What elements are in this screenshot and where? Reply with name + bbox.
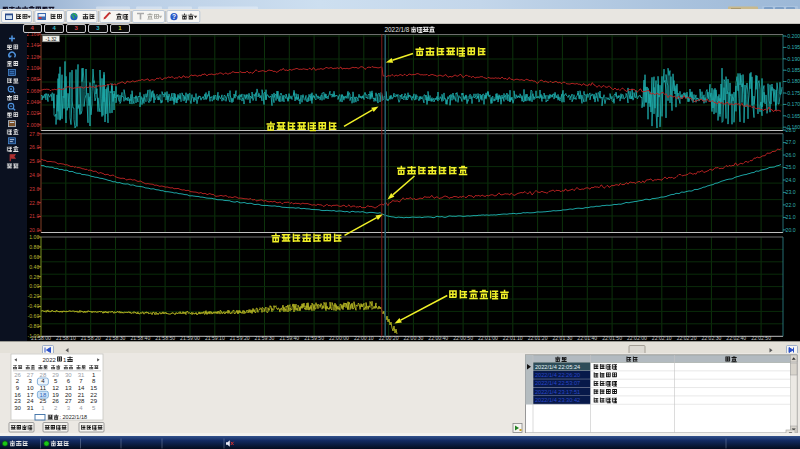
svg-text:29: 29 (90, 398, 97, 404)
svg-text:26: 26 (52, 398, 59, 404)
svg-text:2.120: 2.120 (26, 54, 39, 60)
svg-text:20: 20 (65, 392, 72, 398)
svg-text:27: 27 (27, 372, 34, 378)
svg-text:31: 31 (27, 405, 34, 411)
svg-text:2022/1/4 22:26:20: 2022/1/4 22:26:20 (535, 372, 580, 378)
svg-text:-0.190: -0.190 (786, 56, 800, 62)
svg-text:2.040: 2.040 (26, 99, 39, 105)
svg-text:15: 15 (90, 385, 97, 391)
svg-text:2.080: 2.080 (26, 76, 39, 82)
svg-text:22: 22 (90, 392, 97, 398)
svg-text:2.100: 2.100 (26, 65, 39, 71)
svg-text:21.0: 21.0 (786, 214, 796, 220)
svg-text:22.0: 22.0 (786, 202, 796, 208)
svg-text:25: 25 (40, 398, 47, 404)
svg-text:28: 28 (40, 372, 47, 378)
svg-text:-0.185: -0.185 (786, 67, 800, 73)
svg-text:2.020: 2.020 (26, 110, 39, 116)
svg-text:31: 31 (78, 372, 85, 378)
svg-text:2.140: 2.140 (26, 42, 39, 48)
svg-text:20.0: 20.0 (786, 227, 796, 233)
svg-text:-0.170: -0.170 (786, 101, 800, 107)
svg-text:: 2022/1/18: : 2022/1/18 (60, 414, 88, 420)
svg-text:16: 16 (14, 392, 21, 398)
svg-text:-0.175: -0.175 (786, 90, 800, 96)
svg-text:24: 24 (27, 398, 34, 404)
svg-text:18: 18 (40, 392, 47, 398)
svg-text:21: 21 (78, 392, 85, 398)
svg-text:-0.195: -0.195 (786, 44, 800, 50)
svg-text:2022/1/4 22:05:24: 2022/1/4 22:05:24 (535, 364, 580, 370)
svg-text:23: 23 (14, 398, 21, 404)
svg-text:12: 12 (52, 385, 59, 391)
svg-text:-0.165: -0.165 (786, 113, 800, 119)
svg-text:2022/1/4 23:30:42: 2022/1/4 23:30:42 (535, 397, 580, 403)
svg-text:2.060: 2.060 (26, 88, 39, 94)
svg-text:28.0: 28.0 (786, 127, 796, 133)
svg-text:29: 29 (52, 372, 59, 378)
svg-text:26.0: 26.0 (786, 152, 796, 158)
svg-text:17: 17 (27, 392, 34, 398)
svg-text:30: 30 (65, 372, 72, 378)
svg-text:24.0: 24.0 (786, 177, 796, 183)
svg-text:27.0: 27.0 (786, 139, 796, 145)
svg-text:2.000: 2.000 (26, 122, 39, 128)
svg-text:11: 11 (40, 385, 47, 391)
svg-text:10: 10 (27, 385, 34, 391)
svg-text:?: ? (172, 13, 176, 20)
svg-text:30: 30 (14, 405, 21, 411)
svg-text:27: 27 (65, 398, 72, 404)
svg-text:14: 14 (78, 385, 85, 391)
svg-text:19: 19 (52, 392, 59, 398)
svg-text:28: 28 (78, 398, 85, 404)
svg-text:13: 13 (65, 385, 72, 391)
svg-text:-0.180: -0.180 (786, 78, 800, 84)
svg-text:2022/1/4 22:53:07: 2022/1/4 22:53:07 (535, 380, 580, 386)
svg-text:23.0: 23.0 (786, 189, 796, 195)
svg-text:-1.32: -1.32 (46, 37, 57, 42)
svg-text:2022/1/8: 2022/1/8 (385, 26, 410, 33)
svg-text:-0.200: -0.200 (786, 33, 800, 39)
svg-text:25.0: 25.0 (786, 164, 796, 170)
svg-text:2022: 2022 (43, 357, 57, 363)
svg-text:26: 26 (14, 372, 21, 378)
svg-text:2022/1/4 23:17:51: 2022/1/4 23:17:51 (535, 389, 580, 395)
